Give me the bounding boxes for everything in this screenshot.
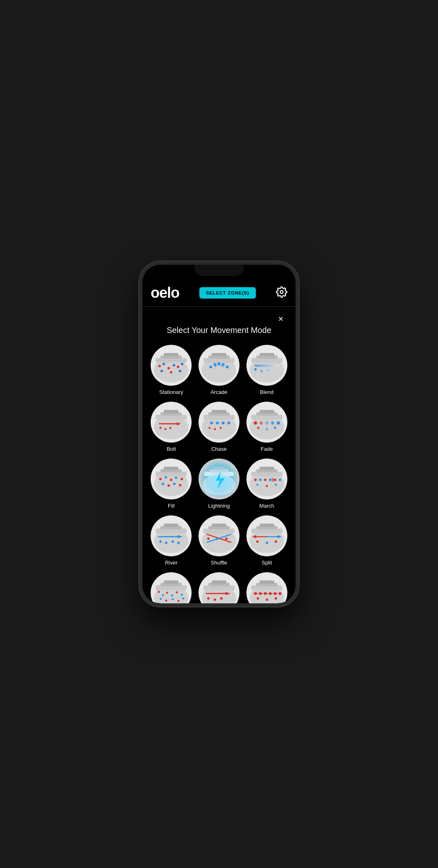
svg-point-6 xyxy=(158,365,161,367)
svg-point-64 xyxy=(266,428,268,430)
svg-point-162 xyxy=(273,592,276,595)
svg-point-78 xyxy=(179,484,181,486)
mode-label-stationary: Stationary xyxy=(159,389,183,395)
svg-point-160 xyxy=(264,592,266,595)
power-button[interactable] xyxy=(298,330,299,363)
close-row: × xyxy=(149,307,289,326)
mode-item-split[interactable]: Split xyxy=(244,515,289,566)
close-button[interactable]: × xyxy=(274,313,287,326)
svg-point-72 xyxy=(170,479,172,481)
svg-rect-27 xyxy=(260,353,274,356)
svg-point-58 xyxy=(254,421,257,425)
svg-point-158 xyxy=(254,592,257,595)
svg-rect-112 xyxy=(212,524,226,527)
svg-point-50 xyxy=(227,422,230,425)
mode-item-shuffle[interactable]: Shuffle xyxy=(197,515,242,566)
svg-point-134 xyxy=(162,594,164,596)
svg-rect-121 xyxy=(260,524,274,527)
gear-icon[interactable] xyxy=(276,286,287,299)
mode-item-takeover[interactable]: Takeover xyxy=(244,572,289,603)
volume-down-button[interactable] xyxy=(139,353,140,376)
svg-point-133 xyxy=(158,591,160,593)
mode-item-fill[interactable]: Fill xyxy=(149,459,194,509)
mode-label-bolt: Bolt xyxy=(167,446,176,452)
svg-point-126 xyxy=(256,540,259,543)
svg-point-41 xyxy=(169,427,172,429)
svg-point-11 xyxy=(181,363,183,365)
svg-point-127 xyxy=(266,542,268,544)
svg-point-108 xyxy=(177,542,180,544)
mode-item-arcade[interactable]: Arcade xyxy=(197,345,242,395)
svg-point-150 xyxy=(207,597,210,600)
svg-point-71 xyxy=(165,476,167,479)
svg-point-135 xyxy=(166,592,168,594)
svg-rect-36 xyxy=(164,410,178,413)
svg-point-70 xyxy=(159,478,162,480)
mode-item-river[interactable]: River xyxy=(149,515,194,566)
mode-item-fade[interactable]: Fade xyxy=(244,402,289,452)
svg-point-141 xyxy=(172,598,174,600)
svg-point-107 xyxy=(172,540,174,543)
mode-circle-stationary xyxy=(151,345,192,386)
svg-rect-69 xyxy=(164,467,178,470)
mode-label-fade: Fade xyxy=(261,446,273,452)
svg-point-60 xyxy=(265,421,269,425)
select-zone-button[interactable]: SELECT ZONE(S) xyxy=(199,287,256,299)
svg-point-19 xyxy=(209,366,212,369)
svg-point-20 xyxy=(213,363,216,366)
mode-circle-chase xyxy=(199,402,239,443)
svg-point-30 xyxy=(260,370,263,372)
svg-rect-57 xyxy=(260,410,274,413)
mode-item-chase[interactable]: Chase xyxy=(197,402,242,452)
app-logo: oelo xyxy=(151,284,179,301)
mode-item-streak[interactable]: Streak xyxy=(197,572,242,603)
svg-point-7 xyxy=(163,363,165,365)
svg-point-139 xyxy=(160,598,162,600)
svg-point-159 xyxy=(259,592,262,595)
mode-label-river: River xyxy=(165,560,177,566)
svg-point-0 xyxy=(280,291,283,294)
mode-item-bolt[interactable]: Bolt xyxy=(149,402,194,452)
mode-label-blend: Blend xyxy=(260,389,273,395)
svg-point-39 xyxy=(160,427,162,429)
svg-rect-18 xyxy=(212,353,226,356)
mode-item-sprinkle[interactable]: Sprinkle xyxy=(149,572,194,603)
mode-item-blend[interactable]: Blend xyxy=(244,345,289,395)
svg-point-143 xyxy=(183,598,185,600)
volume-up-button[interactable] xyxy=(139,325,140,348)
svg-point-40 xyxy=(165,428,167,430)
svg-point-116 xyxy=(216,537,219,540)
svg-point-73 xyxy=(175,477,177,479)
mode-item-march[interactable]: March xyxy=(244,459,289,509)
mode-circle-bolt xyxy=(151,402,192,443)
svg-point-52 xyxy=(214,428,216,430)
svg-point-138 xyxy=(181,594,183,596)
svg-point-137 xyxy=(176,591,178,594)
svg-point-97 xyxy=(266,485,268,487)
notch xyxy=(194,265,244,276)
mode-circle-fill xyxy=(151,459,192,499)
svg-point-74 xyxy=(181,478,183,480)
mode-label-march: March xyxy=(260,503,274,509)
svg-rect-4 xyxy=(164,353,178,356)
svg-rect-88 xyxy=(260,467,274,470)
svg-point-32 xyxy=(274,368,276,371)
svg-point-29 xyxy=(254,368,257,371)
mute-button[interactable] xyxy=(139,306,140,319)
mode-label-arcade: Arcade xyxy=(210,389,227,395)
svg-rect-102 xyxy=(164,524,178,527)
svg-point-84 xyxy=(211,473,227,488)
mode-circle-takeover xyxy=(246,572,287,603)
mode-item-stationary[interactable]: Stationary xyxy=(149,345,194,395)
svg-point-164 xyxy=(257,597,259,600)
mode-label-split: Split xyxy=(262,560,272,566)
svg-point-65 xyxy=(274,427,276,429)
svg-point-161 xyxy=(269,592,271,595)
mode-item-lightning[interactable]: Lightning xyxy=(197,459,242,509)
svg-point-53 xyxy=(219,427,221,429)
svg-point-128 xyxy=(275,540,277,543)
mode-grid: Stationary xyxy=(149,345,289,603)
svg-point-117 xyxy=(225,537,228,540)
svg-point-22 xyxy=(221,363,224,366)
svg-point-152 xyxy=(220,597,223,600)
